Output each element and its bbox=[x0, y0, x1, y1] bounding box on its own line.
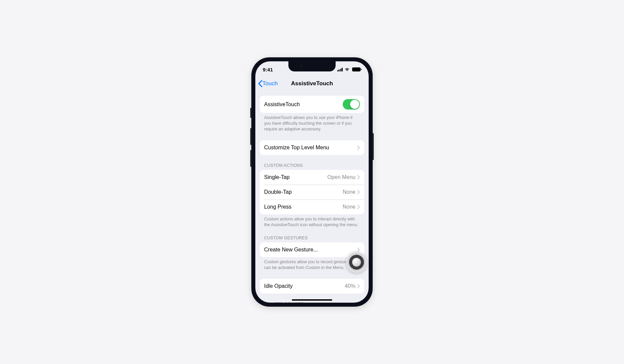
assistivetouch-toggle[interactable] bbox=[343, 99, 360, 110]
cell-detail: None bbox=[343, 204, 356, 210]
chevron-right-icon bbox=[357, 190, 360, 194]
status-time: 9:41 bbox=[263, 67, 273, 72]
phone-device-frame: 9:41 Touch AssistiveTouch bbox=[251, 57, 373, 307]
assistivetouch-toggle-row[interactable]: AssistiveTouch bbox=[260, 96, 364, 113]
long-press-row[interactable]: Long Press None bbox=[260, 200, 364, 214]
cell-detail: 40% bbox=[345, 283, 356, 289]
section-footer: AssistiveTouch allows you to use your iP… bbox=[260, 113, 364, 132]
cellular-signal-icon bbox=[337, 68, 343, 71]
section-footer: Custom actions allow you to interact dir… bbox=[260, 214, 364, 228]
chevron-right-icon bbox=[357, 145, 360, 150]
volume-up-button bbox=[250, 128, 251, 145]
mute-switch bbox=[250, 108, 251, 118]
customize-top-level-menu-row[interactable]: Customize Top Level Menu bbox=[260, 140, 364, 155]
chevron-right-icon bbox=[357, 175, 360, 180]
back-label: Touch bbox=[262, 80, 278, 87]
chevron-left-icon bbox=[258, 80, 262, 87]
cell-label: Idle Opacity bbox=[264, 283, 345, 289]
display-notch bbox=[288, 61, 336, 71]
idle-opacity-row[interactable]: Idle Opacity 40% bbox=[260, 279, 364, 294]
cell-label: Double-Tap bbox=[264, 189, 343, 195]
cell-label: AssistiveTouch bbox=[264, 101, 343, 108]
cell-label: Customize Top Level Menu bbox=[264, 145, 357, 151]
cell-label: Long Press bbox=[264, 204, 343, 210]
cell-detail: None bbox=[343, 189, 356, 195]
status-indicators bbox=[337, 67, 361, 71]
volume-down-button bbox=[250, 150, 251, 167]
cell-label: Single-Tap bbox=[264, 174, 327, 180]
section-header: POINTER DEVICES bbox=[260, 302, 364, 303]
home-indicator[interactable] bbox=[292, 299, 332, 301]
section-header: CUSTOM ACTIONS bbox=[260, 163, 364, 170]
navigation-bar: Touch AssistiveTouch bbox=[255, 76, 369, 91]
section-header: CUSTOM GESTURES bbox=[260, 236, 364, 242]
wifi-icon bbox=[344, 67, 350, 71]
double-tap-row[interactable]: Double-Tap None bbox=[260, 185, 364, 200]
battery-icon bbox=[352, 67, 361, 71]
chevron-right-icon bbox=[357, 284, 360, 289]
power-button bbox=[373, 133, 374, 160]
single-tap-row[interactable]: Single-Tap Open Menu bbox=[260, 170, 364, 185]
cell-detail: Open Menu bbox=[327, 174, 356, 180]
back-button[interactable]: Touch bbox=[258, 80, 278, 87]
cell-label: Create New Gesture... bbox=[264, 247, 357, 253]
assistivetouch-floating-button[interactable] bbox=[346, 252, 367, 273]
phone-screen: 9:41 Touch AssistiveTouch bbox=[255, 61, 369, 303]
chevron-right-icon bbox=[357, 205, 360, 209]
